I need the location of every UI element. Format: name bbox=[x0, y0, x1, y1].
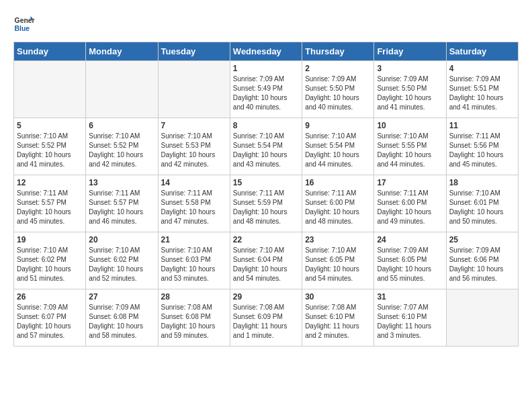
day-detail: Sunrise: 7:09 AM Sunset: 6:08 PM Dayligh… bbox=[89, 303, 154, 340]
day-number: 1 bbox=[233, 64, 299, 73]
calendar-cell: 5Sunrise: 7:10 AM Sunset: 5:52 PM Daylig… bbox=[14, 118, 86, 175]
day-detail: Sunrise: 7:11 AM Sunset: 6:00 PM Dayligh… bbox=[305, 189, 371, 226]
day-detail: Sunrise: 7:10 AM Sunset: 6:05 PM Dayligh… bbox=[305, 246, 371, 283]
calendar-cell: 31Sunrise: 7:07 AM Sunset: 6:10 PM Dayli… bbox=[374, 289, 446, 347]
weekday-header: Thursday bbox=[302, 42, 374, 61]
day-number: 7 bbox=[161, 121, 227, 130]
day-detail: Sunrise: 7:10 AM Sunset: 6:04 PM Dayligh… bbox=[233, 246, 299, 283]
day-detail: Sunrise: 7:07 AM Sunset: 6:10 PM Dayligh… bbox=[377, 303, 443, 340]
day-number: 23 bbox=[305, 235, 371, 244]
calendar-cell bbox=[86, 61, 158, 118]
calendar-week-row: 1Sunrise: 7:09 AM Sunset: 5:49 PM Daylig… bbox=[14, 61, 519, 118]
day-number: 12 bbox=[17, 178, 83, 187]
day-detail: Sunrise: 7:08 AM Sunset: 6:08 PM Dayligh… bbox=[161, 303, 227, 340]
weekday-header: Wednesday bbox=[230, 42, 302, 61]
calendar-cell: 9Sunrise: 7:10 AM Sunset: 5:54 PM Daylig… bbox=[302, 118, 374, 175]
logo: General Blue bbox=[13, 13, 35, 35]
day-detail: Sunrise: 7:10 AM Sunset: 6:02 PM Dayligh… bbox=[17, 246, 83, 283]
calendar-cell: 16Sunrise: 7:11 AM Sunset: 6:00 PM Dayli… bbox=[302, 175, 374, 232]
calendar-cell: 25Sunrise: 7:09 AM Sunset: 6:06 PM Dayli… bbox=[446, 232, 518, 289]
day-detail: Sunrise: 7:10 AM Sunset: 6:03 PM Dayligh… bbox=[161, 246, 227, 283]
day-detail: Sunrise: 7:09 AM Sunset: 6:06 PM Dayligh… bbox=[449, 246, 515, 283]
day-number: 9 bbox=[305, 121, 371, 130]
calendar-cell: 15Sunrise: 7:11 AM Sunset: 5:59 PM Dayli… bbox=[230, 175, 302, 232]
calendar-cell: 14Sunrise: 7:11 AM Sunset: 5:58 PM Dayli… bbox=[158, 175, 230, 232]
calendar-cell: 13Sunrise: 7:11 AM Sunset: 5:57 PM Dayli… bbox=[86, 175, 158, 232]
weekday-header: Sunday bbox=[14, 42, 86, 61]
calendar-cell: 23Sunrise: 7:10 AM Sunset: 6:05 PM Dayli… bbox=[302, 232, 374, 289]
day-number: 6 bbox=[89, 121, 154, 130]
calendar-cell: 11Sunrise: 7:11 AM Sunset: 5:56 PM Dayli… bbox=[446, 118, 518, 175]
calendar-cell: 21Sunrise: 7:10 AM Sunset: 6:03 PM Dayli… bbox=[158, 232, 230, 289]
calendar-cell: 30Sunrise: 7:08 AM Sunset: 6:10 PM Dayli… bbox=[302, 289, 374, 347]
day-detail: Sunrise: 7:10 AM Sunset: 5:55 PM Dayligh… bbox=[377, 132, 443, 169]
day-detail: Sunrise: 7:09 AM Sunset: 5:50 PM Dayligh… bbox=[377, 75, 443, 112]
day-detail: Sunrise: 7:11 AM Sunset: 5:58 PM Dayligh… bbox=[161, 189, 227, 226]
day-detail: Sunrise: 7:10 AM Sunset: 5:54 PM Dayligh… bbox=[233, 132, 299, 169]
day-number: 11 bbox=[449, 121, 515, 130]
day-number: 31 bbox=[377, 292, 443, 302]
calendar-cell: 24Sunrise: 7:09 AM Sunset: 6:05 PM Dayli… bbox=[374, 232, 446, 289]
weekday-header: Tuesday bbox=[158, 42, 230, 61]
calendar-week-row: 19Sunrise: 7:10 AM Sunset: 6:02 PM Dayli… bbox=[14, 232, 519, 289]
calendar-cell: 22Sunrise: 7:10 AM Sunset: 6:04 PM Dayli… bbox=[230, 232, 302, 289]
calendar-cell: 7Sunrise: 7:10 AM Sunset: 5:53 PM Daylig… bbox=[158, 118, 230, 175]
calendar-cell: 6Sunrise: 7:10 AM Sunset: 5:52 PM Daylig… bbox=[86, 118, 158, 175]
day-number: 17 bbox=[377, 178, 443, 187]
day-number: 28 bbox=[161, 292, 227, 302]
day-number: 22 bbox=[233, 235, 299, 244]
calendar-cell: 1Sunrise: 7:09 AM Sunset: 5:49 PM Daylig… bbox=[230, 61, 302, 118]
calendar-header: SundayMondayTuesdayWednesdayThursdayFrid… bbox=[14, 42, 519, 61]
day-number: 13 bbox=[89, 178, 154, 187]
day-number: 2 bbox=[305, 64, 371, 73]
svg-text:Blue: Blue bbox=[15, 25, 30, 32]
calendar-week-row: 5Sunrise: 7:10 AM Sunset: 5:52 PM Daylig… bbox=[14, 118, 519, 175]
day-number: 8 bbox=[233, 121, 299, 130]
page-header: General Blue bbox=[13, 13, 519, 35]
day-number: 27 bbox=[89, 292, 154, 302]
day-number: 15 bbox=[233, 178, 299, 187]
day-number: 24 bbox=[377, 235, 443, 244]
calendar-cell: 4Sunrise: 7:09 AM Sunset: 5:51 PM Daylig… bbox=[446, 61, 518, 118]
day-detail: Sunrise: 7:10 AM Sunset: 6:01 PM Dayligh… bbox=[449, 189, 515, 226]
calendar-cell: 28Sunrise: 7:08 AM Sunset: 6:08 PM Dayli… bbox=[158, 289, 230, 347]
day-number: 26 bbox=[17, 292, 83, 302]
day-number: 18 bbox=[449, 178, 515, 187]
day-number: 4 bbox=[449, 64, 515, 73]
calendar-cell: 8Sunrise: 7:10 AM Sunset: 5:54 PM Daylig… bbox=[230, 118, 302, 175]
calendar-cell: 29Sunrise: 7:08 AM Sunset: 6:09 PM Dayli… bbox=[230, 289, 302, 347]
weekday-header: Saturday bbox=[446, 42, 518, 61]
day-number: 20 bbox=[89, 235, 154, 244]
day-number: 5 bbox=[17, 121, 83, 130]
day-number: 14 bbox=[161, 178, 227, 187]
day-number: 3 bbox=[377, 64, 443, 73]
day-number: 19 bbox=[17, 235, 83, 244]
day-detail: Sunrise: 7:11 AM Sunset: 5:59 PM Dayligh… bbox=[233, 189, 299, 226]
day-detail: Sunrise: 7:11 AM Sunset: 5:56 PM Dayligh… bbox=[449, 132, 515, 169]
weekday-header: Friday bbox=[374, 42, 446, 61]
day-detail: Sunrise: 7:09 AM Sunset: 6:05 PM Dayligh… bbox=[377, 246, 443, 283]
day-detail: Sunrise: 7:10 AM Sunset: 5:54 PM Dayligh… bbox=[305, 132, 371, 169]
calendar-cell: 27Sunrise: 7:09 AM Sunset: 6:08 PM Dayli… bbox=[86, 289, 158, 347]
calendar-cell: 17Sunrise: 7:11 AM Sunset: 6:00 PM Dayli… bbox=[374, 175, 446, 232]
calendar-cell: 2Sunrise: 7:09 AM Sunset: 5:50 PM Daylig… bbox=[302, 61, 374, 118]
logo-icon: General Blue bbox=[13, 13, 35, 35]
day-detail: Sunrise: 7:11 AM Sunset: 6:00 PM Dayligh… bbox=[377, 189, 443, 226]
calendar-table: SundayMondayTuesdayWednesdayThursdayFrid… bbox=[13, 42, 519, 347]
day-number: 29 bbox=[233, 292, 299, 302]
day-detail: Sunrise: 7:08 AM Sunset: 6:09 PM Dayligh… bbox=[233, 303, 299, 340]
day-detail: Sunrise: 7:10 AM Sunset: 5:52 PM Dayligh… bbox=[89, 132, 154, 169]
day-detail: Sunrise: 7:09 AM Sunset: 5:49 PM Dayligh… bbox=[233, 75, 299, 112]
calendar-week-row: 12Sunrise: 7:11 AM Sunset: 5:57 PM Dayli… bbox=[14, 175, 519, 232]
calendar-cell: 26Sunrise: 7:09 AM Sunset: 6:07 PM Dayli… bbox=[14, 289, 86, 347]
day-detail: Sunrise: 7:11 AM Sunset: 5:57 PM Dayligh… bbox=[17, 189, 83, 226]
day-detail: Sunrise: 7:09 AM Sunset: 5:50 PM Dayligh… bbox=[305, 75, 371, 112]
calendar-cell: 3Sunrise: 7:09 AM Sunset: 5:50 PM Daylig… bbox=[374, 61, 446, 118]
calendar-cell bbox=[446, 289, 518, 347]
day-detail: Sunrise: 7:10 AM Sunset: 6:02 PM Dayligh… bbox=[89, 246, 154, 283]
calendar-cell: 12Sunrise: 7:11 AM Sunset: 5:57 PM Dayli… bbox=[14, 175, 86, 232]
calendar-cell bbox=[14, 61, 86, 118]
calendar-cell: 18Sunrise: 7:10 AM Sunset: 6:01 PM Dayli… bbox=[446, 175, 518, 232]
day-detail: Sunrise: 7:09 AM Sunset: 5:51 PM Dayligh… bbox=[449, 75, 515, 112]
calendar-cell: 10Sunrise: 7:10 AM Sunset: 5:55 PM Dayli… bbox=[374, 118, 446, 175]
